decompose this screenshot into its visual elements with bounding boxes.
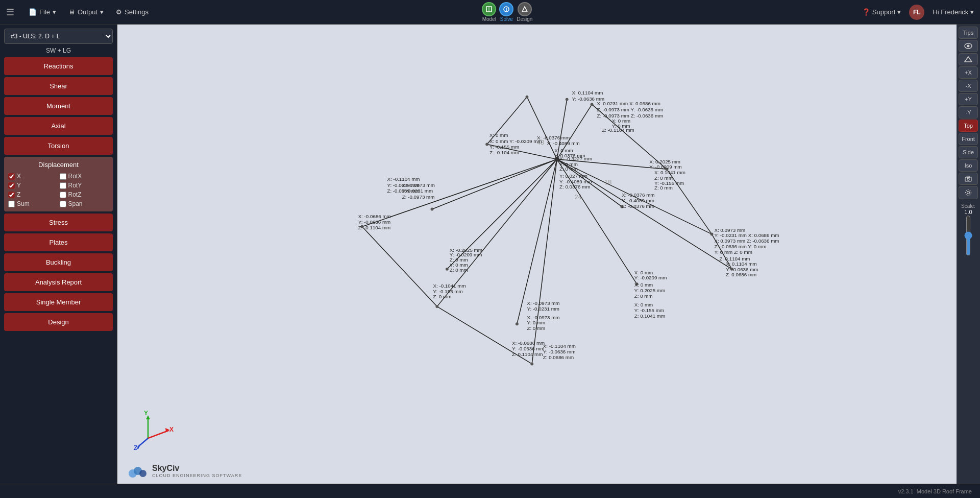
nav-settings[interactable]: ⚙ Settings bbox=[112, 6, 153, 18]
svg-point-46 bbox=[485, 143, 488, 146]
svg-point-60 bbox=[566, 98, 569, 101]
version-label: v2.3.1 bbox=[898, 488, 914, 494]
svg-text:X: -0.0973 mm: X: -0.0973 mm bbox=[527, 315, 559, 320]
checkbox-rotz[interactable]: RotZ bbox=[60, 191, 109, 198]
svg-point-47 bbox=[525, 96, 528, 99]
shear-button[interactable]: Shear bbox=[4, 77, 113, 95]
support-button[interactable]: ❓ Support ▾ bbox=[862, 8, 901, 16]
svg-point-155 bbox=[967, 192, 970, 194]
combo-select[interactable]: #3 - ULS: 2. D + L bbox=[4, 29, 113, 44]
buckling-button[interactable]: Buckling bbox=[4, 253, 113, 271]
settings2-button[interactable] bbox=[959, 186, 978, 199]
topbar-right: ❓ Support ▾ FL Hi Frederick ▾ bbox=[862, 5, 974, 20]
checkbox-rotx[interactable]: RotX bbox=[60, 173, 109, 180]
screenshot-button[interactable] bbox=[959, 173, 978, 185]
svg-line-143 bbox=[138, 438, 148, 447]
user-menu[interactable]: Hi Frederick ▾ bbox=[933, 8, 974, 16]
analysis-report-button[interactable]: Analysis Report bbox=[4, 273, 113, 291]
logo-brand: SkyCiv bbox=[152, 464, 242, 473]
svg-text:X: -0.0973 mm: X: -0.0973 mm bbox=[527, 300, 559, 306]
svg-text:X: 0.1104 mm: X: 0.1104 mm bbox=[572, 90, 603, 96]
svg-point-153 bbox=[967, 178, 969, 180]
tips-button[interactable]: Tips bbox=[959, 27, 978, 39]
svg-text:X: 0 mm: X: 0 mm bbox=[634, 282, 653, 288]
minus-x-button[interactable]: -X bbox=[959, 80, 978, 92]
svg-text:Z: -0.1104 mm: Z: -0.1104 mm bbox=[358, 225, 391, 230]
svg-text:Z: 0 mm: Z: 0 mm bbox=[654, 185, 673, 191]
plus-y-button[interactable]: +Y bbox=[959, 93, 978, 105]
render-button[interactable] bbox=[959, 53, 978, 65]
question-icon: ❓ bbox=[862, 8, 870, 16]
checkbox-y[interactable]: Y bbox=[8, 182, 58, 189]
svg-point-156 bbox=[966, 190, 971, 196]
svg-text:Y: -0.155 mm: Y: -0.155 mm bbox=[634, 307, 664, 313]
bottombar: v2.3.1 Model 3D Roof Frame bbox=[0, 484, 980, 498]
svg-point-148 bbox=[139, 470, 146, 477]
viewport[interactable]: Max: 0.4123 mm Min: 0 mm 48 18 24 bbox=[117, 25, 957, 484]
checkbox-sum[interactable]: Sum bbox=[8, 200, 58, 207]
svg-text:X: -0.1104 mm: X: -0.1104 mm bbox=[543, 343, 576, 349]
right-panel: Tips +X -X +Y -Y Top Front Side Iso Scal… bbox=[957, 25, 980, 484]
design-button[interactable]: Design bbox=[4, 313, 113, 331]
iso-view-button[interactable]: Iso bbox=[959, 159, 978, 172]
design-circle bbox=[518, 2, 532, 16]
checkbox-x[interactable]: X bbox=[8, 173, 58, 180]
svg-text:Y: Y bbox=[144, 410, 148, 417]
svg-text:X: 0 mm: X: 0 mm bbox=[634, 270, 653, 275]
svg-point-54 bbox=[530, 363, 533, 366]
svg-text:X: -0.3227 mm: X: -0.3227 mm bbox=[559, 156, 592, 161]
visibility-button[interactable] bbox=[959, 40, 978, 52]
svg-text:Y: -0.0231 mm: Y: -0.0231 mm bbox=[527, 306, 559, 312]
svg-text:Y: -0.0209 mm: Y: -0.0209 mm bbox=[634, 275, 667, 280]
settings-icon: ⚙ bbox=[116, 8, 122, 16]
torsion-button[interactable]: Torsion bbox=[4, 137, 113, 155]
topbar: ☰ 📄 File ▾ 🖥 Output ▾ ⚙ Settings Model bbox=[0, 0, 980, 25]
displacement-title: Displacement bbox=[8, 161, 109, 169]
checkbox-z[interactable]: Z bbox=[8, 191, 58, 198]
side-view-button[interactable]: Side bbox=[959, 146, 978, 158]
mode-design[interactable]: Design bbox=[517, 2, 532, 22]
svg-text:X: X bbox=[169, 426, 174, 433]
svg-text:Y: 0.027 mm: Y: 0.027 mm bbox=[559, 173, 587, 179]
plus-x-button[interactable]: +X bbox=[959, 66, 978, 79]
svg-text:X: -0.0973 mm: X: -0.0973 mm bbox=[402, 182, 435, 188]
svg-point-48 bbox=[591, 103, 594, 106]
mode-model[interactable]: Model bbox=[482, 2, 496, 22]
model-circle bbox=[482, 2, 496, 16]
svg-text:Z: 0 mm: Z: 0 mm bbox=[450, 267, 468, 273]
topbar-left: ☰ 📄 File ▾ 🖥 Output ▾ ⚙ Settings bbox=[6, 6, 153, 18]
svg-text:X: -0.0376 mm: X: -0.0376 mm bbox=[622, 192, 654, 198]
scale-value: 1.0 bbox=[964, 209, 972, 215]
nav-output[interactable]: 🖥 Output ▾ bbox=[64, 6, 108, 18]
stress-button[interactable]: Stress bbox=[4, 214, 113, 231]
svg-text:Y: -0.4089 mm: Y: -0.4089 mm bbox=[559, 179, 592, 184]
hamburger-icon[interactable]: ☰ bbox=[6, 7, 14, 18]
svg-text:Z: -0.0973 mm  Y: -0.0636 mm: Z: -0.0973 mm Y: -0.0636 mm bbox=[597, 107, 663, 112]
scale-label: Scale: bbox=[961, 203, 975, 209]
svg-text:X: -0.0686 mm: X: -0.0686 mm bbox=[512, 340, 545, 346]
reactions-button[interactable]: Reactions bbox=[4, 57, 113, 75]
svg-text:X: -0.1041 mm: X: -0.1041 mm bbox=[433, 283, 465, 289]
svg-text:X: 0 mm  Y: -0.0209 mm: X: 0 mm Y: -0.0209 mm bbox=[489, 138, 542, 144]
svg-text:Z: Z bbox=[134, 444, 137, 451]
nav-file[interactable]: 📄 File ▾ bbox=[24, 6, 60, 18]
mode-solve[interactable]: Solve bbox=[499, 2, 513, 22]
svg-text:Y: -0.155 mm: Y: -0.155 mm bbox=[489, 144, 519, 150]
minus-y-button[interactable]: -Y bbox=[959, 106, 978, 118]
single-member-button[interactable]: Single Member bbox=[4, 293, 113, 311]
checkbox-roty[interactable]: RotY bbox=[60, 182, 109, 189]
front-view-button[interactable]: Front bbox=[959, 133, 978, 145]
scale-slider[interactable] bbox=[963, 215, 973, 256]
top-view-button[interactable]: Top bbox=[959, 120, 978, 132]
svg-text:Z: 0 mm: Z: 0 mm bbox=[527, 325, 545, 331]
axial-button[interactable]: Axial bbox=[4, 117, 113, 135]
svg-text:Z: 0 mm: Z: 0 mm bbox=[559, 166, 578, 172]
svg-text:X: -0.1104 mm: X: -0.1104 mm bbox=[387, 176, 420, 182]
svg-point-49 bbox=[431, 208, 434, 211]
plates-button[interactable]: Plates bbox=[4, 233, 113, 251]
svg-text:Z: 0.0376 mm: Z: 0.0376 mm bbox=[559, 184, 590, 189]
moment-button[interactable]: Moment bbox=[4, 97, 113, 115]
checkbox-span[interactable]: Span bbox=[60, 200, 109, 207]
svg-text:X: -0.0686 mm: X: -0.0686 mm bbox=[358, 214, 391, 219]
scale-control: Scale: 1.0 bbox=[961, 201, 975, 256]
